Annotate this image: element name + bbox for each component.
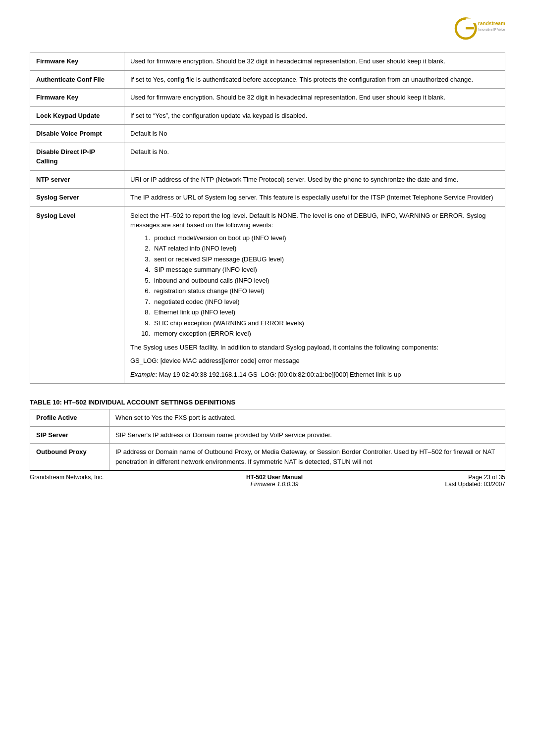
row-description: When set to Yes the FXS port is activate…: [109, 409, 505, 427]
list-item-num: 1.: [140, 233, 150, 243]
row-label: Authenticate Conf File: [30, 70, 124, 89]
footer-date: Last Updated: 03/2007: [445, 481, 505, 488]
list-item: 7.negotiated codec (INFO level): [140, 297, 499, 307]
row-description: Default is No.: [124, 143, 505, 170]
list-item-num: 6.: [140, 286, 150, 296]
list-item-text: SIP message summary (INFO level): [154, 265, 257, 275]
list-item-text: sent or received SIP message (DEBUG leve…: [154, 254, 284, 264]
table-row: Disable Voice PromptDefault is No: [30, 125, 505, 143]
list-item-num: 7.: [140, 297, 150, 307]
table-row: Firmware KeyUsed for firmware encryption…: [30, 89, 505, 107]
table-row: Lock Keypad UpdateIf set to “Yes”, the c…: [30, 106, 505, 125]
row-description: IP address or Domain name of Outbound Pr…: [109, 444, 505, 470]
table-row: SIP ServerSIP Server's IP address or Dom…: [30, 426, 505, 444]
footer-firmware: Firmware 1.0.0.39: [246, 481, 303, 488]
list-item: 1.product model/version on boot up (INFO…: [140, 233, 499, 243]
row-description: Default is No: [124, 125, 505, 143]
list-item-num: 4.: [140, 265, 150, 275]
list-item: 5.inbound and outbound calls (INFO level…: [140, 276, 499, 286]
list-item: 6.registration status change (INFO level…: [140, 286, 499, 296]
list-item-num: 5.: [140, 276, 150, 286]
list-item-text: SLIC chip exception (WARNING and ERROR l…: [154, 318, 304, 328]
grandstream-logo: randstream Innovative IP Voice & Video: [451, 15, 505, 42]
syslog-events-list: 1.product model/version on boot up (INFO…: [140, 233, 499, 339]
footer-page: Page 23 of 35: [445, 474, 505, 481]
table10-heading: Table 10: HT–502 Individual Account Sett…: [30, 399, 505, 406]
row-label: Disable Voice Prompt: [30, 125, 124, 143]
row-label: Syslog Server: [30, 189, 124, 207]
row-label: Disable Direct IP-IP Calling: [30, 143, 124, 170]
list-item-text: product model/version on boot up (INFO l…: [154, 233, 286, 243]
svg-rect-1: [466, 18, 477, 23]
table-row: Outbound ProxyIP address or Domain name …: [30, 444, 505, 470]
svg-rect-2: [466, 27, 474, 30]
table-row: Syslog ServerThe IP address or URL of Sy…: [30, 189, 505, 207]
main-settings-table: Firmware KeyUsed for firmware encryption…: [30, 52, 505, 384]
row-label: Profile Active: [30, 409, 109, 427]
page-footer: Grandstream Networks, Inc. HT-502 User M…: [30, 470, 505, 488]
row-label: Firmware Key: [30, 89, 124, 107]
table-row: Syslog LevelSelect the HT–502 to report …: [30, 206, 505, 384]
table-row: Firmware KeyUsed for firmware encryption…: [30, 52, 505, 71]
list-item: 9.SLIC chip exception (WARNING and ERROR…: [140, 318, 499, 328]
list-item-num: 10.: [140, 329, 150, 339]
list-item-text: memory exception (ERROR level): [154, 329, 251, 339]
footer-manual-title: HT-502 User Manual: [246, 474, 303, 481]
row-description: URI or IP address of the NTP (Network Ti…: [124, 170, 505, 189]
list-item-text: negotiated codec (INFO level): [154, 297, 240, 307]
table-row: Authenticate Conf FileIf set to Yes, con…: [30, 70, 505, 89]
row-label: Firmware Key: [30, 52, 124, 71]
row-label: Lock Keypad Update: [30, 106, 124, 125]
logo-box: randstream Innovative IP Voice & Video: [451, 15, 505, 42]
row-description: Select the HT–502 to report the log leve…: [124, 206, 505, 384]
table-row: Disable Direct IP-IP CallingDefault is N…: [30, 143, 505, 170]
svg-text:Innovative IP Voice & Video: Innovative IP Voice & Video: [478, 28, 505, 31]
footer-right: Page 23 of 35 Last Updated: 03/2007: [445, 474, 505, 488]
list-item: 3.sent or received SIP message (DEBUG le…: [140, 254, 499, 264]
row-description: If set to “Yes”, the configuration updat…: [124, 106, 505, 125]
list-item-num: 2.: [140, 244, 150, 253]
table-row: NTP serverURI or IP address of the NTP (…: [30, 170, 505, 189]
logo-area: randstream Innovative IP Voice & Video: [30, 15, 505, 42]
row-label: NTP server: [30, 170, 124, 189]
row-description: If set to Yes, config file is authentica…: [124, 70, 505, 89]
table-row: Profile ActiveWhen set to Yes the FXS po…: [30, 409, 505, 427]
row-label: Outbound Proxy: [30, 444, 109, 470]
footer-center: HT-502 User Manual Firmware 1.0.0.39: [246, 474, 303, 488]
list-item-text: registration status change (INFO level): [154, 286, 265, 296]
list-item-num: 8.: [140, 307, 150, 317]
list-item: 4.SIP message summary (INFO level): [140, 265, 499, 275]
row-description: SIP Server's IP address or Domain name p…: [109, 426, 505, 444]
list-item: 2.NAT related info (INFO level): [140, 244, 499, 253]
list-item: 10.memory exception (ERROR level): [140, 329, 499, 339]
list-item-text: NAT related info (INFO level): [154, 244, 236, 253]
list-item-text: Ethernet link up (INFO level): [154, 307, 235, 317]
list-item-num: 9.: [140, 318, 150, 328]
row-description: Used for firmware encryption. Should be …: [124, 52, 505, 71]
list-item-text: inbound and outbound calls (INFO level): [154, 276, 269, 286]
svg-text:randstream: randstream: [478, 21, 505, 26]
row-label: Syslog Level: [30, 206, 124, 384]
account-settings-table: Profile ActiveWhen set to Yes the FXS po…: [30, 409, 505, 470]
row-label: SIP Server: [30, 426, 109, 444]
row-description: The IP address or URL of System log serv…: [124, 189, 505, 207]
row-description: Used for firmware encryption. Should be …: [124, 89, 505, 107]
footer-left: Grandstream Networks, Inc.: [30, 474, 104, 481]
list-item-num: 3.: [140, 254, 150, 264]
list-item: 8.Ethernet link up (INFO level): [140, 307, 499, 317]
